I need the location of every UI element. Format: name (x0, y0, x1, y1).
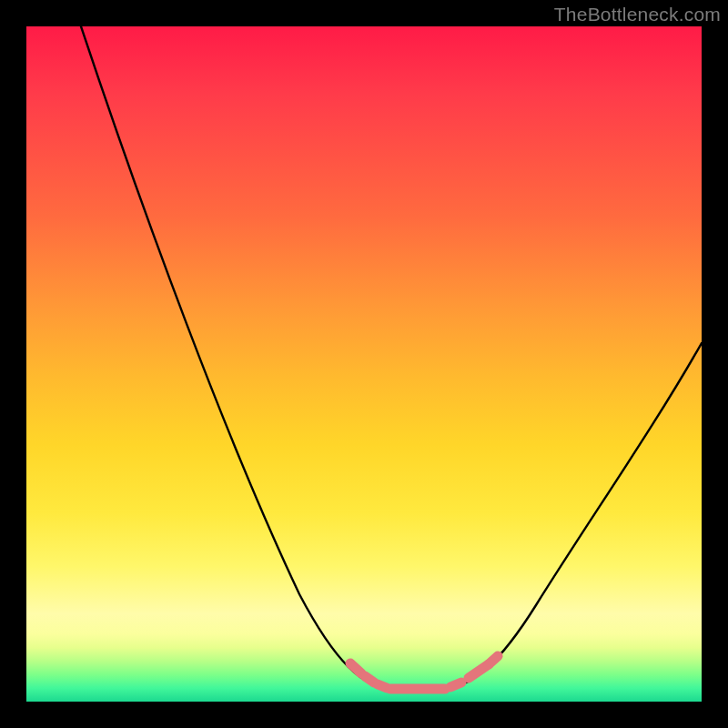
watermark-text: TheBottleneck.com (554, 4, 721, 25)
chart-frame: TheBottleneck.com (0, 0, 728, 728)
plot-background-gradient (26, 26, 702, 702)
